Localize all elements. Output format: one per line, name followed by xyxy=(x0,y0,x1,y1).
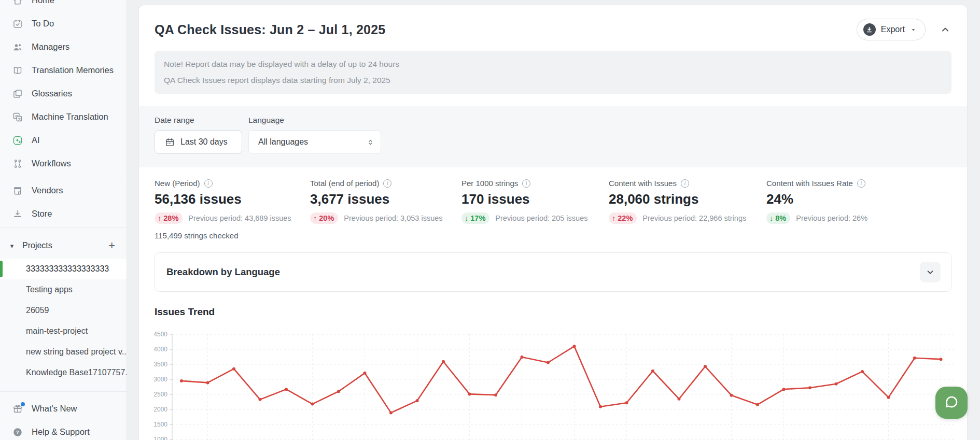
project-item-knowledge-base17107757[interactable]: Knowledge Base17107757... xyxy=(0,362,127,383)
sidebar-footer-nav: What's New?Help & Support xyxy=(0,397,127,440)
sidebar-item-ai[interactable]: AI xyxy=(0,129,127,152)
store-download-icon xyxy=(12,209,23,219)
svg-text:4000: 4000 xyxy=(153,346,167,353)
collapse-report-button[interactable] xyxy=(940,24,950,35)
main-area: QA Check Issues: Jun 2 – Jul 1, 2025 Exp… xyxy=(127,0,980,440)
svg-text:1500: 1500 xyxy=(153,421,167,428)
sidebar-item-machine-translation[interactable]: G文Machine Translation xyxy=(0,105,127,129)
sidebar-item-label: Store xyxy=(32,209,52,219)
strings-checked-note: 115,499 strings checked xyxy=(139,224,967,240)
sidebar-item-label: Workflows xyxy=(32,159,71,168)
page-title: QA Check Issues: Jun 2 – Jul 1, 2025 xyxy=(155,22,385,37)
sidebar-divider xyxy=(0,177,127,177)
stat-label: Content with Issues xyxy=(609,179,677,188)
stat-value: 3,677 issues xyxy=(310,191,461,207)
sidebar-item-managers[interactable]: Managers xyxy=(0,35,127,59)
project-item-new-string-based-project-v[interactable]: new string based project v... xyxy=(0,342,127,362)
sidebar-item-label: Machine Translation xyxy=(32,112,108,122)
svg-text:1000: 1000 xyxy=(153,436,167,440)
export-button[interactable]: Export xyxy=(857,19,926,40)
sidebar-item-glossaries[interactable]: Glossaries xyxy=(0,82,127,105)
date-range-field: Date range Last 30 days xyxy=(155,116,242,154)
stat-change-badge: ↓ 17% xyxy=(461,212,489,224)
workflows-icon xyxy=(12,159,23,169)
language-label: Language xyxy=(248,116,381,125)
stat-total-end-of-period: Total (end of period)i3,677 issues↑ 20%P… xyxy=(310,179,461,224)
sidebar-item-label: Help & Support xyxy=(32,427,90,437)
help-icon: ? xyxy=(12,427,23,437)
info-icon[interactable]: i xyxy=(383,179,391,188)
translation-memories-icon xyxy=(12,65,23,76)
notification-dot xyxy=(21,402,25,406)
stat-change-badge: ↑ 22% xyxy=(609,212,637,224)
info-icon[interactable]: i xyxy=(681,179,689,188)
stat-change-badge: ↑ 20% xyxy=(310,212,338,224)
sidebar-main-nav: HomeTo DoManagersTranslation MemoriesGlo… xyxy=(0,0,127,175)
report-header: QA Check Issues: Jun 2 – Jul 1, 2025 Exp… xyxy=(139,5,967,50)
add-project-button[interactable]: + xyxy=(108,240,115,251)
projects-list: 333333333333333333Testing apps26059main-… xyxy=(0,259,127,383)
stat-previous-period: Previous period: 205 issues xyxy=(495,214,587,222)
svg-text:3000: 3000 xyxy=(153,376,167,383)
language-select[interactable]: All languages xyxy=(248,130,381,154)
sidebar: HomeTo DoManagersTranslation MemoriesGlo… xyxy=(0,0,127,440)
issues-trend-title: Issues Trend xyxy=(155,306,951,318)
info-icon[interactable]: i xyxy=(522,179,530,188)
caret-down-icon[interactable]: ▾ xyxy=(8,242,16,250)
project-item-testing-apps[interactable]: Testing apps xyxy=(0,279,127,300)
stat-previous-period: Previous period: 43,689 issues xyxy=(188,214,291,222)
vendors-storefront-icon xyxy=(12,186,23,196)
breakdown-by-language-section: Breakdown by Language xyxy=(155,252,951,292)
machine-translation-icon: G文 xyxy=(12,112,23,122)
stat-previous-period: Previous period: 22,966 strings xyxy=(642,214,746,222)
export-label: Export xyxy=(881,25,905,34)
stat-label: Per 1000 strings xyxy=(461,179,518,188)
sidebar-item-what-s-new[interactable]: What's New xyxy=(0,397,127,420)
stat-label: Total (end of period) xyxy=(310,179,379,188)
todo-calendar-icon xyxy=(12,19,23,29)
sidebar-item-help-support[interactable]: ?Help & Support xyxy=(0,420,127,440)
sidebar-item-to-do[interactable]: To Do xyxy=(0,12,127,35)
chat-widget-button[interactable] xyxy=(935,387,968,419)
download-circle-icon xyxy=(863,23,876,36)
expand-breakdown-button[interactable] xyxy=(920,262,941,282)
date-range-button[interactable]: Last 30 days xyxy=(155,130,242,154)
sidebar-item-workflows[interactable]: Workflows xyxy=(0,152,127,175)
sidebar-item-home[interactable]: Home xyxy=(0,0,127,12)
svg-text:文: 文 xyxy=(18,117,21,121)
svg-text:?: ? xyxy=(16,429,19,435)
stat-new-period: New (Period)i56,136 issues↑ 28%Previous … xyxy=(155,179,310,224)
unfold-sorter-icon xyxy=(367,138,374,146)
chevron-down-icon xyxy=(926,267,935,277)
info-icon[interactable]: i xyxy=(857,179,865,188)
projects-header: ▾ Projects + xyxy=(0,233,127,259)
svg-text:2500: 2500 xyxy=(153,391,167,398)
sidebar-item-label: Translation Memories xyxy=(32,65,114,75)
sidebar-item-vendors[interactable]: Vendors xyxy=(0,179,127,202)
issues-trend-chart[interactable]: 45004000350030002500200015001000500 xyxy=(153,328,967,440)
sidebar-item-label: Managers xyxy=(32,42,69,52)
note-line-1: Note! Report data may be displayed with … xyxy=(164,60,942,69)
sidebar-item-translation-memories[interactable]: Translation Memories xyxy=(0,59,127,82)
home-icon xyxy=(12,0,23,6)
stat-value: 170 issues xyxy=(461,191,609,207)
sidebar-item-label: Home xyxy=(32,0,54,5)
whats-new-icon xyxy=(12,404,23,414)
language-value: All languages xyxy=(258,137,308,147)
stat-value: 24% xyxy=(766,191,867,207)
info-icon[interactable]: i xyxy=(204,179,213,188)
stat-change-badge: ↑ 28% xyxy=(155,212,183,224)
report-note: Note! Report data may be displayed with … xyxy=(155,51,951,94)
report-card: QA Check Issues: Jun 2 – Jul 1, 2025 Exp… xyxy=(139,5,967,440)
sidebar-item-label: What's New xyxy=(32,404,77,414)
project-item-333333333333333333[interactable]: 333333333333333333 xyxy=(0,259,127,279)
header-actions: Export xyxy=(857,19,950,40)
projects-title[interactable]: Projects xyxy=(22,241,102,250)
caret-down-icon xyxy=(910,26,917,33)
stats-row: New (Period)i56,136 issues↑ 28%Previous … xyxy=(139,167,967,224)
sidebar-item-store[interactable]: Store xyxy=(0,202,127,225)
project-item-main-test-project[interactable]: main-test-project xyxy=(0,321,127,342)
project-item-26059[interactable]: 26059 xyxy=(0,300,127,321)
svg-text:4500: 4500 xyxy=(153,331,167,338)
date-range-label: Date range xyxy=(155,116,242,125)
